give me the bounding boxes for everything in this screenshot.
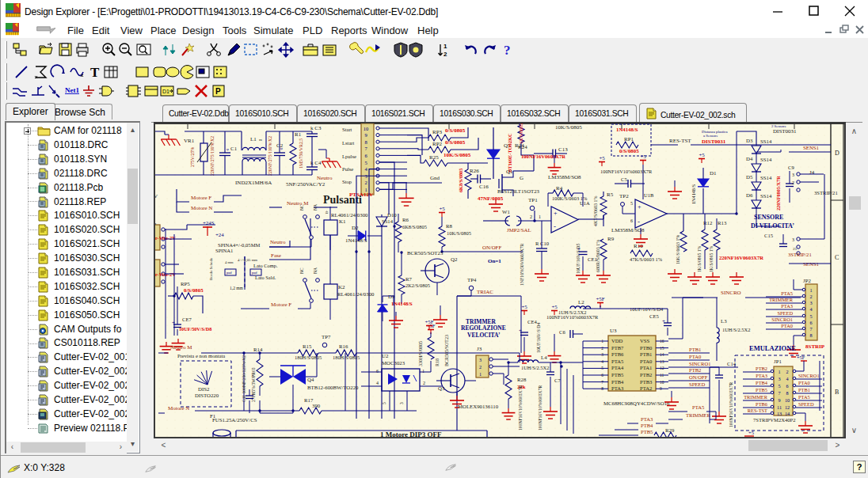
svg-text:Neutro M: Neutro M: [170, 344, 192, 351]
svg-text:R7: R7: [405, 276, 413, 282]
svg-text:3: 3: [399, 402, 404, 404]
svg-text:6: 6: [809, 320, 812, 325]
svg-text:D5: D5: [746, 174, 753, 180]
svg-text:PTB1: PTB1: [798, 387, 810, 393]
svg-text:1N4148/S: 1N4148/S: [691, 184, 696, 204]
svg-text:Prevista e non montata: Prevista e non montata: [177, 353, 225, 358]
svg-text:Q2: Q2: [451, 256, 458, 263]
svg-text:K2: K2: [338, 284, 345, 290]
svg-text:NC: NC: [299, 267, 304, 274]
svg-text:R5: R5: [607, 192, 614, 198]
svg-text:PTB7: PTB7: [611, 345, 624, 351]
svg-text:R17: R17: [304, 397, 314, 403]
svg-text:REGOLAZIONE: REGOLAZIONE: [461, 324, 506, 332]
svg-text:14: 14: [785, 411, 790, 416]
svg-text:J4: J4: [809, 169, 815, 176]
svg-text:220NF/275/110%/X2: 220NF/275/110%/X2: [268, 136, 272, 176]
svg-text:275V/25%: 275V/25%: [190, 147, 195, 167]
svg-text:R29: R29: [665, 427, 675, 433]
svg-text:2: 2: [809, 294, 812, 299]
svg-text:1,2 mm: 1,2 mm: [230, 286, 244, 290]
svg-text:3: 3: [792, 173, 794, 177]
svg-text:J3: J3: [477, 346, 482, 352]
svg-text:PTB6: PTB6: [611, 351, 624, 357]
svg-text:ON/OFF: ON/OFF: [482, 245, 501, 250]
svg-text:PTA0: PTA0: [640, 358, 653, 364]
svg-text:FUS1.25A/250V/CS: FUS1.25A/250V/CS: [212, 417, 257, 423]
svg-text:+5: +5: [551, 304, 558, 309]
svg-text:4: 4: [376, 381, 379, 385]
svg-text:DI VELOCITA’: DI VELOCITA’: [751, 222, 794, 230]
svg-text:PTA5: PTA5: [611, 358, 624, 364]
svg-text:R16: R16: [339, 343, 348, 349]
svg-text:Lato Sald.: Lato Sald.: [255, 275, 276, 280]
svg-text:PTB1: PTB1: [640, 351, 652, 357]
svg-text:+5F: +5F: [797, 355, 805, 360]
svg-text:R8: R8: [446, 223, 453, 229]
svg-text:5: 5: [778, 383, 780, 389]
svg-text:D4: D4: [746, 156, 753, 161]
svg-text:R6: R6: [402, 217, 409, 222]
svg-text:0/S/0805: 0/S/0805: [445, 127, 466, 134]
svg-text:CE1: CE1: [588, 256, 597, 262]
svg-text:LM358M/SO8: LM358M/SO8: [611, 227, 645, 233]
svg-text:10UF/50V/S/D8: 10UF/50V/S/D8: [179, 326, 211, 332]
svg-text:9: 9: [364, 132, 367, 138]
svg-text:SS14: SS14: [760, 175, 772, 180]
svg-text:100NF16V10%0603X7R: 100NF16V10%0603X7R: [729, 382, 733, 427]
svg-text:3: 3: [778, 376, 780, 381]
svg-text:1K/S/0805: 1K/S/0805: [519, 123, 523, 144]
svg-text:TP1: TP1: [528, 197, 538, 203]
svg-text:6K8/S/0805: 6K8/S/0805: [458, 169, 463, 192]
svg-text:RES-TST: RES-TST: [748, 408, 767, 413]
svg-text:PTA0: PTA0: [781, 323, 793, 328]
svg-text:C: C: [835, 254, 839, 261]
svg-text:10K/S/0805: 10K/S/0805: [444, 152, 471, 158]
svg-text:PTB5: PTB5: [641, 429, 653, 434]
svg-text:PTB2: PTB2: [689, 367, 701, 373]
svg-text:R28: R28: [517, 377, 527, 382]
svg-text:C16: C16: [479, 184, 489, 190]
svg-text:PTA1: PTA1: [640, 365, 652, 370]
svg-text:4: 4: [809, 306, 812, 312]
svg-text:PTB0: PTB0: [640, 345, 653, 351]
svg-text:L4: L4: [541, 355, 547, 360]
svg-text:VELOCITA’: VELOCITA’: [467, 332, 500, 339]
svg-text:8: 8: [809, 332, 812, 338]
svg-text:C1: C1: [230, 146, 238, 152]
svg-text:SENS1: SENS1: [803, 145, 819, 150]
svg-text:2: 2: [423, 381, 425, 385]
svg-text:1: 1: [444, 43, 447, 50]
svg-text:0/S/0805: 0/S/0805: [619, 148, 639, 154]
svg-text:100NF16V0603X7R: 100NF16V0603X7R: [521, 154, 565, 159]
svg-text:5: 5: [630, 201, 633, 206]
svg-text:10UF/16V/S/D5: 10UF/16V/S/D5: [576, 244, 581, 274]
svg-text:1: 1: [422, 369, 424, 374]
svg-text:2: 2: [364, 180, 367, 185]
svg-text:1UH/S/2.5X2: 1UH/S/2.5X2: [558, 309, 586, 315]
svg-text:φ: φ: [280, 146, 283, 150]
svg-text:CE5: CE5: [649, 313, 659, 319]
svg-text:VDD: VDD: [611, 338, 623, 343]
svg-text:+5: +5: [640, 154, 646, 159]
svg-text:Start: Start: [342, 127, 352, 132]
svg-text:11: 11: [777, 404, 782, 410]
svg-text:PTA2: PTA2: [640, 385, 652, 391]
svg-text:+5F: +5F: [424, 319, 433, 324]
svg-text:1M5/750/VR2.5: 1M5/750/VR2.5: [299, 138, 303, 169]
svg-text:+5: +5: [699, 152, 705, 157]
svg-text:7: 7: [809, 326, 812, 332]
svg-text:180H/S/0805: 180H/S/0805: [295, 355, 322, 360]
svg-text:R24: R24: [518, 144, 527, 150]
svg-text:1: 1: [778, 369, 780, 374]
svg-text:ON/OFF: ON/OFF: [689, 374, 708, 380]
svg-text:PTB1: PTB1: [689, 347, 701, 352]
svg-text:PTA3: PTA3: [611, 385, 624, 391]
svg-text:270H5%/3W/PR03: 270H5%/3W/PR03: [251, 367, 256, 402]
svg-text:1N4148/S: 1N4148/S: [345, 237, 367, 243]
svg-text:Pulse: Pulse: [342, 166, 353, 172]
svg-text:+5: +5: [521, 304, 527, 309]
svg-text:4: 4: [786, 376, 788, 381]
svg-text:SPINA4+/-0,05MM: SPINA4+/-0,05MM: [218, 242, 260, 248]
svg-text:JP2: JP2: [803, 278, 811, 283]
